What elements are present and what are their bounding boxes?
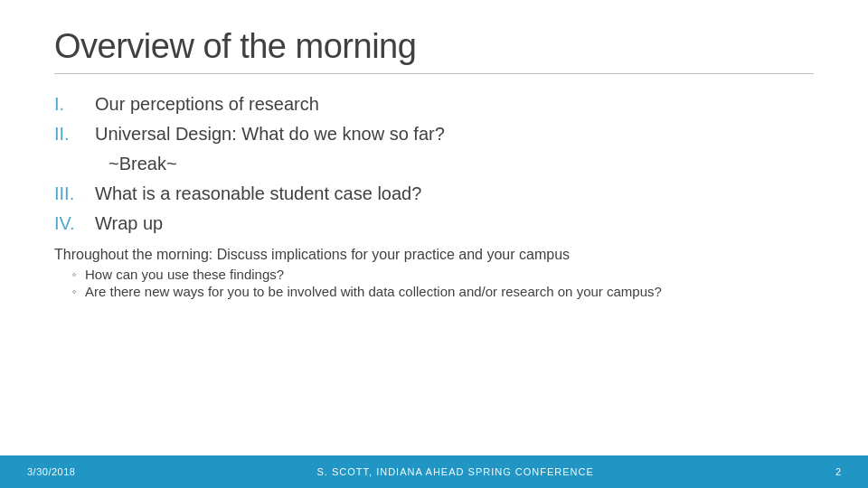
bullet-item-1: How can you use these findings? — [72, 267, 814, 282]
content-area: Overview of the morning I. Our perceptio… — [0, 0, 868, 455]
agenda-item-2: II. Universal Design: What do we know so… — [54, 124, 814, 145]
numeral-1: I. — [54, 94, 95, 115]
throughout-label: Throughout the morning: Discuss implicat… — [54, 247, 814, 263]
item-text-3: What is a reasonable student case load? — [95, 183, 421, 204]
item-text-1: Our perceptions of research — [95, 94, 319, 115]
agenda-item-1: I. Our perceptions of research — [54, 94, 814, 115]
break-line: ~Break~ — [108, 154, 814, 174]
numeral-3: III. — [54, 183, 95, 204]
footer-conference: S. SCOTT, INDIANA AHEAD SPRING CONFERENC… — [317, 466, 594, 477]
slide-title: Overview of the morning — [54, 27, 814, 66]
title-divider — [54, 73, 814, 74]
footer-page: 2 — [835, 466, 841, 477]
footer-date: 3/30/2018 — [27, 466, 75, 477]
agenda-item-3: III. What is a reasonable student case l… — [54, 183, 814, 204]
item-text-2: Universal Design: What do we know so far… — [95, 124, 445, 145]
numeral-4: IV. — [54, 213, 95, 234]
footer: 3/30/2018 S. SCOTT, INDIANA AHEAD SPRING… — [0, 455, 868, 488]
bullet-list: How can you use these findings? Are ther… — [72, 267, 814, 299]
numeral-2: II. — [54, 124, 95, 145]
slide: Overview of the morning I. Our perceptio… — [0, 0, 868, 488]
agenda-item-4: IV. Wrap up — [54, 213, 814, 234]
item-text-4: Wrap up — [95, 213, 163, 234]
bullet-item-2: Are there new ways for you to be involve… — [72, 284, 814, 299]
